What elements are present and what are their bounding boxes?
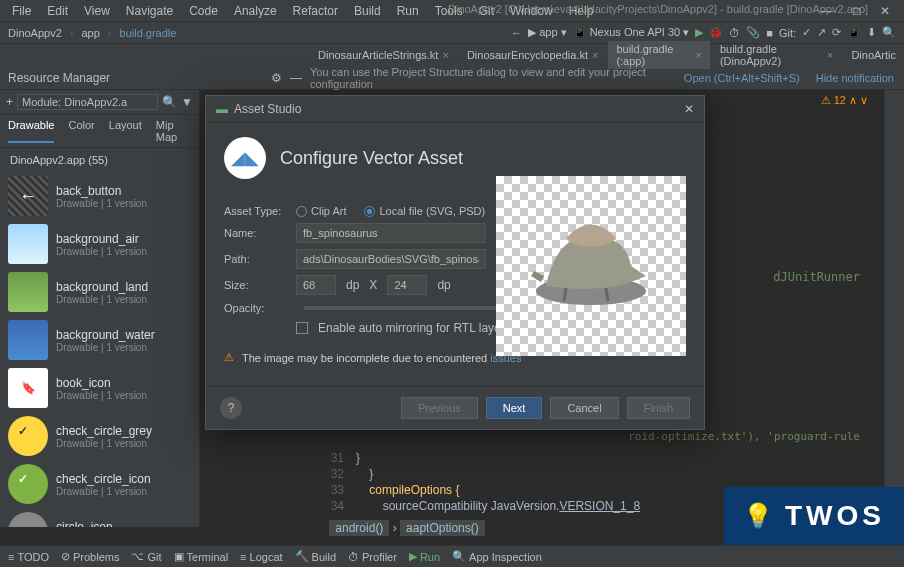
size-label: Size: (224, 279, 286, 291)
asset-background_land[interactable]: background_landDrawable | 1 version (0, 268, 199, 316)
tab-drawable[interactable]: Drawable (8, 119, 54, 143)
previous-button[interactable]: Previous (401, 397, 478, 419)
status-todo[interactable]: ≡ TODO (8, 551, 49, 563)
asset-name: background_water (56, 328, 155, 342)
resource-manager-panel: + Module: DinoAppv2.a 🔍 ▼ Drawable Color… (0, 90, 200, 527)
right-toolbar[interactable] (884, 90, 904, 527)
status-run[interactable]: ▶ Run (409, 550, 440, 563)
tab-mipmap[interactable]: Mip Map (156, 119, 191, 143)
vcs-update-icon[interactable]: ✓ (802, 26, 811, 39)
asset-name: book_icon (56, 376, 147, 390)
code-nav-aapt[interactable]: aaptOptions() (400, 520, 485, 536)
asset-circle_icon[interactable]: circle_iconDrawable | 1 version (0, 508, 199, 527)
open-structure-link[interactable]: Open (Ctrl+Alt+Shift+S) (684, 72, 800, 84)
dialog-title: Configure Vector Asset (280, 148, 463, 169)
asset-meta: Drawable | 1 version (56, 294, 148, 305)
module-select[interactable]: Module: DinoAppv2.a (17, 94, 158, 110)
asset-count: DinoAppv2.app (55) (0, 148, 199, 172)
asset-background_air[interactable]: background_airDrawable | 1 version (0, 220, 199, 268)
stop-icon[interactable]: ■ (766, 27, 773, 39)
width-input[interactable] (296, 275, 336, 295)
gear-icon[interactable]: ⚙ (271, 71, 282, 85)
code-fragment-runner: dJUnitRunner (773, 270, 860, 284)
profile-icon[interactable]: ⏱ (729, 27, 740, 39)
tab-build-root[interactable]: build.gradle (DinoAppv2)× (712, 41, 841, 69)
tab-encyclopedia[interactable]: DinosaurEncyclopedia.kt× (459, 47, 607, 63)
menu-edit[interactable]: Edit (39, 4, 76, 18)
debug-icon[interactable]: 🐞 (709, 26, 723, 39)
device-select[interactable]: 📱 Nexus One API 30 ▾ (573, 26, 690, 39)
sync-icon[interactable]: ⟳ (832, 26, 841, 39)
menu-navigate[interactable]: Navigate (118, 4, 181, 18)
help-icon[interactable]: ? (220, 397, 242, 419)
thumbnail (8, 416, 48, 456)
menu-file[interactable]: File (4, 4, 39, 18)
name-label: Name: (224, 227, 286, 239)
code-nav-android[interactable]: android() (329, 520, 389, 536)
breadcrumb-module[interactable]: app (82, 27, 100, 39)
status-profiler[interactable]: ⏱ Profiler (348, 551, 397, 563)
finish-button[interactable]: Finish (627, 397, 690, 419)
name-input[interactable] (296, 223, 486, 243)
warnings-badge[interactable]: ⚠ 12 ∧ ∨ (821, 94, 868, 107)
status-problems[interactable]: ⊘ Problems (61, 550, 119, 563)
status-git[interactable]: ⌥ Git (131, 550, 161, 563)
breadcrumb-file[interactable]: build.gradle (120, 27, 177, 39)
cancel-button[interactable]: Cancel (550, 397, 618, 419)
asset-name: background_air (56, 232, 147, 246)
asset-book_icon[interactable]: 🔖book_iconDrawable | 1 version (0, 364, 199, 412)
hide-notification-link[interactable]: Hide notification (816, 72, 894, 84)
status-terminal[interactable]: ▣ Terminal (174, 550, 229, 563)
asset-background_water[interactable]: background_waterDrawable | 1 version (0, 316, 199, 364)
asset-meta: Drawable | 1 version (56, 198, 147, 209)
path-input[interactable] (296, 249, 486, 269)
next-button[interactable]: Next (486, 397, 543, 419)
status-build[interactable]: 🔨 Build (295, 550, 336, 563)
asset-name: background_land (56, 280, 148, 294)
breadcrumb-project[interactable]: DinoAppv2 (8, 27, 62, 39)
tab-color[interactable]: Color (68, 119, 94, 143)
code-fragment-proguard: roid-optimize.txt'), 'proguard-rule (628, 430, 860, 443)
attach-icon[interactable]: 📎 (746, 26, 760, 39)
back-icon[interactable]: ← (511, 27, 522, 39)
status-inspection[interactable]: 🔍 App Inspection (452, 550, 542, 563)
menu-code[interactable]: Code (181, 4, 226, 18)
thumbnail (8, 512, 48, 527)
twos-watermark: 💡TWOS (724, 487, 904, 545)
rtl-checkbox[interactable] (296, 322, 308, 334)
warning-text: The image may be incomplete due to encou… (242, 352, 521, 364)
asset-check_circle_grey[interactable]: check_circle_greyDrawable | 1 version (0, 412, 199, 460)
warning-icon: ⚠ (224, 351, 234, 364)
thumbnail (8, 224, 48, 264)
vcs-push-icon[interactable]: ↗ (817, 26, 826, 39)
avd-icon[interactable]: 📱 (847, 26, 861, 39)
tab-layout[interactable]: Layout (109, 119, 142, 143)
search-icon[interactable]: 🔍 (162, 95, 177, 109)
asset-check_circle_icon[interactable]: check_circle_iconDrawable | 1 version (0, 460, 199, 508)
menu-view[interactable]: View (76, 4, 118, 18)
sdk-icon[interactable]: ⬇ (867, 26, 876, 39)
run-icon[interactable]: ▶ (695, 26, 703, 39)
menu-build[interactable]: Build (346, 4, 389, 18)
asset-back_button[interactable]: ←back_buttonDrawable | 1 version (0, 172, 199, 220)
menu-analyze[interactable]: Analyze (226, 4, 285, 18)
editor-tabs: DinosaurArticleStrings.kt× DinosaurEncyc… (0, 44, 904, 66)
radio-clipart[interactable]: Clip Art (296, 205, 346, 217)
thumbnail (8, 320, 48, 360)
notification-bar: Resource Manager ⚙ — You can use the Pro… (0, 66, 904, 90)
status-logcat[interactable]: ≡ Logcat (240, 551, 282, 563)
tab-article-strings[interactable]: DinosaurArticleStrings.kt× (310, 47, 457, 63)
asset-name: circle_icon (56, 520, 147, 528)
search-icon[interactable]: 🔍 (882, 26, 896, 39)
menu-refactor[interactable]: Refactor (285, 4, 346, 18)
height-input[interactable] (387, 275, 427, 295)
menu-bar: File Edit View Navigate Code Analyze Ref… (0, 0, 904, 22)
dialog-close-icon[interactable]: ✕ (684, 102, 694, 116)
radio-local-file[interactable]: Local file (SVG, PSD) (364, 205, 485, 217)
add-icon[interactable]: + (6, 95, 13, 109)
run-config[interactable]: ▶ app ▾ (528, 26, 566, 39)
minimize-panel-icon[interactable]: — (290, 71, 302, 85)
filter-icon[interactable]: ▼ (181, 95, 193, 109)
menu-run[interactable]: Run (389, 4, 427, 18)
tab-dinoartic[interactable]: DinoArtic (843, 47, 904, 63)
